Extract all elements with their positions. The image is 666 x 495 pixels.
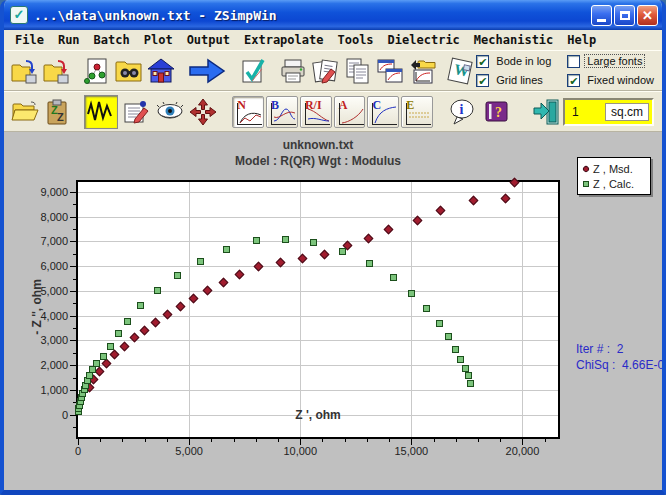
y-tick [73,378,76,379]
checked-checkbox-icon[interactable]: ✔ [476,74,489,87]
checkbox-large-fonts[interactable]: Large fonts [567,55,656,68]
pan-zoom-button[interactable] [187,94,221,130]
data-point [100,353,107,360]
permittivity-plot-button[interactable]: E [401,96,433,128]
y-tick [70,365,76,366]
electrode-area-field[interactable]: 1 sq.cm [563,98,654,126]
square-marker-icon [583,181,589,187]
checked-checkbox-icon[interactable]: ✔ [567,74,580,87]
copy-text-button[interactable] [342,53,374,89]
menu-item-tools[interactable]: Tools [330,32,380,48]
y-tick [73,328,76,329]
checkbox-grid-lines[interactable]: ✔Grid lines [476,74,553,87]
data-point [462,365,469,372]
x-gridline [189,182,190,437]
admittance-plot-button[interactable]: A [334,96,366,128]
menu-item-file[interactable]: File [8,32,51,48]
y-tick [70,340,76,341]
data-point [163,309,173,319]
legend-label: Z , Calc. [593,178,634,190]
run-button[interactable] [187,53,227,89]
open-file-button[interactable] [8,94,42,130]
print-button[interactable] [277,53,309,89]
data-point [197,258,204,265]
x-tick [345,439,346,442]
y-tick [73,427,76,428]
info-button[interactable]: i [446,94,480,130]
data-point [154,287,161,294]
data-point [107,343,114,350]
y-gridline [78,340,558,341]
menu-item-dielectric[interactable]: Dielectric [381,32,467,48]
report-button[interactable] [309,53,341,89]
minimize-icon[interactable] [591,5,612,26]
help-book-icon: ? [483,98,511,126]
capacitance-plot-button[interactable]: C [367,96,399,128]
y-gridline [78,365,558,366]
export-graph-button[interactable] [406,53,438,89]
menu-item-output[interactable]: Output [180,32,237,48]
data-point [510,177,520,187]
plot-frame [76,180,560,439]
accept-fit-icon [239,57,267,85]
mini-axis [271,103,296,125]
title-bar[interactable]: ✓ ...\data\unknown.txt - ZSimpWin ✕ [4,0,662,30]
data-point [137,302,144,309]
model-library-button[interactable] [113,53,145,89]
menu-item-batch[interactable]: Batch [87,32,137,48]
word-report-button[interactable]: W [444,53,476,89]
data-point [115,330,122,337]
chart-subtitle: Model : R(QR) Wgt : Modulus [78,154,558,168]
data-point [452,346,459,353]
option-checkbox-group: ✔Bode in log✔Grid linesLarge fonts✔Fixed… [476,52,656,90]
x-tick [122,439,123,442]
maximize-icon[interactable] [614,5,635,26]
unchecked-checkbox-icon[interactable] [567,55,580,68]
data-point [339,248,346,255]
menu-item-help[interactable]: Help [560,32,603,48]
checkbox-fixed-window[interactable]: ✔Fixed window [567,74,656,87]
copy-graphs-button[interactable] [374,53,406,89]
append-data-button[interactable] [40,53,72,89]
data-point [366,260,373,267]
close-glyph: ✕ [642,9,653,22]
menu-item-run[interactable]: Run [51,32,87,48]
open-data-button[interactable] [8,53,40,89]
data-point [89,366,96,373]
x-axis-title: Z ', ohm [78,408,558,422]
fit-status: Iter # : 2 ChiSq : 4.66E-02 [576,341,662,373]
menu-item-plot[interactable]: Plot [137,32,180,48]
edit-data-button[interactable] [119,94,153,130]
paste-data-button[interactable]: ZZ [42,94,76,130]
checkbox-bode-in-log[interactable]: ✔Bode in log [476,55,553,68]
zsimpwin-window: ✓ ...\data\unknown.txt - ZSimpWin ✕ File… [0,0,666,495]
nyquist-plot-button[interactable]: N [232,96,264,128]
home-button[interactable] [145,53,177,89]
mini-axis [339,103,364,125]
checked-checkbox-icon[interactable]: ✔ [476,55,489,68]
append-data-icon [42,57,70,85]
help-button[interactable]: ? [480,94,514,130]
real-imag-plot-button[interactable]: R/I [300,96,332,128]
menu-item-extrapolate[interactable]: Extrapolate [237,32,330,48]
copy-text-icon [344,57,372,85]
accept-fit-button[interactable] [237,53,269,89]
raw-data-plot-button[interactable] [83,94,119,130]
electrode-area-value[interactable]: 1 [568,105,605,119]
word-report-icon: W [446,57,474,85]
menu-bar: FileRunBatchPlotOutputExtrapolateToolsDi… [4,30,662,50]
print-icon [279,57,307,85]
select-model-button[interactable] [80,53,112,89]
data-point [469,195,479,205]
run-arrow-icon [188,57,226,85]
y-gridline [78,316,558,317]
close-icon[interactable]: ✕ [637,5,658,26]
data-point [235,269,245,279]
y-tick [73,254,76,255]
view-data-button[interactable] [153,94,187,130]
toolbar-row-1: W ✔Bode in log✔Grid linesLarge fonts✔Fix… [4,50,662,91]
exit-button[interactable] [529,94,563,130]
bode-plot-button[interactable]: B [266,96,298,128]
menu-item-mechanistic[interactable]: Mechanistic [467,32,560,48]
minimize-glyph [597,19,606,22]
